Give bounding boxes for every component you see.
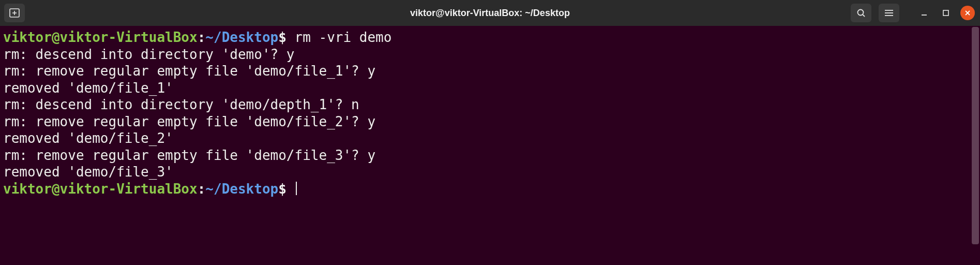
prompt-colon: : — [198, 30, 206, 45]
output-line: removed 'demo/file_1' — [3, 80, 173, 96]
maximize-icon — [942, 9, 949, 17]
prompt-path: ~/Desktop — [205, 181, 278, 197]
prompt-dollar: $ — [278, 181, 287, 197]
prompt-colon: : — [198, 181, 206, 197]
close-icon — [964, 10, 971, 16]
maximize-button[interactable] — [939, 6, 953, 20]
terminal-window: viktor@viktor-VirtualBox: ~/Desktop — [0, 0, 980, 265]
minimize-icon — [921, 9, 928, 17]
output-line: rm: remove regular empty file 'demo/file… — [3, 63, 375, 79]
command-text — [287, 181, 295, 197]
svg-line-4 — [863, 14, 865, 17]
output-line: rm: descend into directory 'demo/depth_1… — [3, 97, 359, 112]
svg-point-3 — [858, 10, 864, 16]
window-title: viktor@viktor-VirtualBox: ~/Desktop — [0, 8, 980, 19]
cursor — [296, 182, 297, 195]
svg-rect-9 — [943, 10, 948, 16]
hamburger-menu-button[interactable] — [879, 4, 899, 22]
output-line: rm: remove regular empty file 'demo/file… — [3, 114, 375, 129]
new-tab-button[interactable] — [4, 4, 25, 22]
titlebar: viktor@viktor-VirtualBox: ~/Desktop — [0, 0, 980, 26]
output-line: rm: remove regular empty file 'demo/file… — [3, 148, 375, 163]
prompt-path: ~/Desktop — [205, 30, 278, 45]
prompt-user-host: viktor@viktor-VirtualBox — [3, 30, 198, 45]
output-line: removed 'demo/file_3' — [3, 164, 173, 180]
output-line: removed 'demo/file_2' — [3, 130, 173, 146]
command-text: rm -vri demo — [287, 30, 392, 45]
close-button[interactable] — [960, 6, 975, 20]
prompt-user-host: viktor@viktor-VirtualBox — [3, 181, 198, 197]
terminal-output[interactable]: viktor@viktor-VirtualBox:~/Desktop$ rm -… — [0, 26, 980, 265]
hamburger-icon — [884, 9, 894, 17]
search-icon — [856, 8, 866, 18]
minimize-button[interactable] — [917, 6, 931, 20]
scrollbar-thumb[interactable] — [972, 27, 979, 244]
output-line: rm: descend into directory 'demo'? y — [3, 47, 295, 62]
search-button[interactable] — [851, 4, 871, 22]
prompt-dollar: $ — [278, 30, 287, 45]
new-tab-icon — [9, 8, 20, 18]
